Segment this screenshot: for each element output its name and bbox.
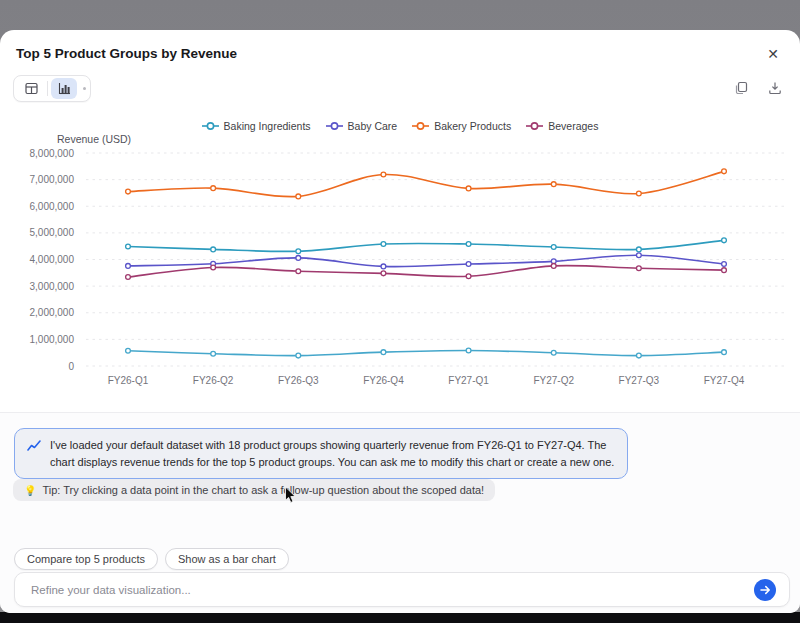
- data-point-bakery-products-FY27-Q4[interactable]: [722, 169, 727, 174]
- chart-modal: Top 5 Product Groups by Revenue ✕: [0, 30, 800, 613]
- series-line-baby-care: [128, 255, 724, 266]
- x-tick-label: FY26-Q1: [108, 375, 149, 386]
- x-tick-label: FY27-Q2: [533, 375, 574, 386]
- assistant-message: I've loaded your default dataset with 18…: [14, 428, 628, 479]
- series-line-baking-ingredients: [128, 240, 724, 251]
- suggestion-chips: Compare top 5 productsShow as a bar char…: [14, 548, 289, 570]
- download-button[interactable]: [767, 80, 783, 96]
- revenue-plot: 01,000,0002,000,0003,000,0004,000,0005,0…: [0, 108, 800, 400]
- table-view-button[interactable]: [18, 78, 44, 99]
- data-point-baking-ingredients-FY27-Q1[interactable]: [466, 242, 471, 247]
- close-button[interactable]: ✕: [763, 44, 783, 64]
- data-point-series-5-FY27-Q2[interactable]: [551, 350, 556, 355]
- y-tick-label: 4,000,000: [30, 254, 75, 265]
- chart-actions: [733, 80, 783, 96]
- chat-section: I've loaded your default dataset with 18…: [0, 412, 800, 613]
- data-point-series-5-FY27-Q4[interactable]: [722, 350, 727, 355]
- line-chart-icon: [27, 440, 41, 452]
- data-point-bakery-products-FY26-Q4[interactable]: [381, 172, 386, 177]
- chart-view-button[interactable]: [51, 78, 77, 99]
- data-point-beverages-FY26-Q1[interactable]: [126, 275, 131, 280]
- data-point-beverages-FY26-Q4[interactable]: [381, 271, 386, 276]
- refine-input[interactable]: [15, 573, 789, 606]
- data-point-beverages-FY26-Q2[interactable]: [211, 265, 216, 270]
- y-tick-label: 2,000,000: [30, 307, 75, 318]
- series-line-beverages: [128, 266, 724, 278]
- data-point-baking-ingredients-FY27-Q2[interactable]: [551, 245, 556, 250]
- tip-banner: 💡 Tip: Try clicking a data point in the …: [13, 479, 495, 501]
- suggestion-chip-1[interactable]: Show as a bar chart: [165, 548, 289, 570]
- page-title: Top 5 Product Groups by Revenue: [16, 46, 237, 61]
- data-point-baby-care-FY27-Q1[interactable]: [466, 262, 471, 267]
- data-point-bakery-products-FY27-Q3[interactable]: [636, 191, 641, 196]
- x-tick-label: FY26-Q3: [278, 375, 319, 386]
- view-toggle-group: [13, 75, 91, 102]
- tip-text: Tip: Try clicking a data point in the ch…: [42, 484, 484, 496]
- refine-input-container: [14, 572, 790, 607]
- data-point-beverages-FY27-Q1[interactable]: [466, 274, 471, 279]
- data-point-baking-ingredients-FY27-Q3[interactable]: [636, 247, 641, 252]
- y-tick-label: 8,000,000: [30, 148, 75, 159]
- data-point-baking-ingredients-FY27-Q4[interactable]: [722, 238, 727, 243]
- data-point-baby-care-FY27-Q3[interactable]: [636, 253, 641, 258]
- x-tick-label: FY27-Q4: [704, 375, 745, 386]
- screenshot-stage: Top 5 Product Groups by Revenue ✕: [0, 0, 800, 623]
- data-point-beverages-FY27-Q3[interactable]: [636, 266, 641, 271]
- send-button[interactable]: [754, 579, 776, 601]
- data-point-baking-ingredients-FY26-Q3[interactable]: [296, 249, 301, 254]
- data-point-baby-care-FY27-Q4[interactable]: [722, 262, 727, 267]
- data-point-baby-care-FY26-Q1[interactable]: [126, 263, 131, 268]
- data-point-beverages-FY26-Q3[interactable]: [296, 269, 301, 274]
- lightbulb-icon: 💡: [24, 485, 36, 496]
- data-point-bakery-products-FY27-Q1[interactable]: [466, 186, 471, 191]
- data-point-bakery-products-FY27-Q2[interactable]: [551, 182, 556, 187]
- data-point-beverages-FY27-Q2[interactable]: [551, 263, 556, 268]
- data-point-bakery-products-FY26-Q3[interactable]: [296, 194, 301, 199]
- download-icon: [768, 81, 782, 95]
- bar-chart-icon: [58, 82, 71, 95]
- data-point-baking-ingredients-FY26-Q2[interactable]: [211, 247, 216, 252]
- toggle-more-dot: [83, 87, 86, 90]
- y-tick-label: 7,000,000: [30, 174, 75, 185]
- data-point-beverages-FY27-Q4[interactable]: [722, 268, 727, 273]
- toggle-divider: [47, 81, 48, 96]
- x-tick-label: FY26-Q2: [193, 375, 234, 386]
- copy-icon: [734, 81, 748, 95]
- close-icon: ✕: [767, 46, 779, 62]
- series-line-bakery-products: [128, 171, 724, 196]
- table-icon: [25, 82, 38, 95]
- data-point-baby-care-FY26-Q3[interactable]: [296, 256, 301, 261]
- data-point-series-5-FY26-Q1[interactable]: [126, 348, 131, 353]
- data-point-bakery-products-FY26-Q2[interactable]: [211, 186, 216, 191]
- y-tick-label: 0: [68, 361, 74, 372]
- data-point-series-5-FY27-Q3[interactable]: [636, 353, 641, 358]
- suggestion-chip-0[interactable]: Compare top 5 products: [14, 548, 158, 570]
- y-tick-label: 3,000,000: [30, 281, 75, 292]
- send-arrow-icon: [760, 585, 771, 595]
- y-tick-label: 1,000,000: [30, 334, 75, 345]
- data-point-baking-ingredients-FY26-Q1[interactable]: [126, 244, 131, 249]
- data-point-series-5-FY27-Q1[interactable]: [466, 348, 471, 353]
- data-point-series-5-FY26-Q2[interactable]: [211, 351, 216, 356]
- data-point-bakery-products-FY26-Q1[interactable]: [126, 189, 131, 194]
- data-point-baby-care-FY26-Q4[interactable]: [381, 264, 386, 269]
- chart-area: Baking IngredientsBaby CareBakery Produc…: [0, 108, 800, 400]
- data-point-series-5-FY26-Q3[interactable]: [296, 353, 301, 358]
- x-tick-label: FY27-Q1: [448, 375, 489, 386]
- assistant-message-text: I've loaded your default dataset with 18…: [50, 437, 615, 470]
- copy-button[interactable]: [733, 80, 749, 96]
- data-point-series-5-FY26-Q4[interactable]: [381, 350, 386, 355]
- series-line-series-5: [128, 351, 724, 356]
- backdrop-bottom: [0, 612, 800, 623]
- x-tick-label: FY27-Q3: [619, 375, 660, 386]
- y-tick-label: 6,000,000: [30, 201, 75, 212]
- y-tick-label: 5,000,000: [30, 227, 75, 238]
- x-tick-label: FY26-Q4: [363, 375, 404, 386]
- data-point-baking-ingredients-FY26-Q4[interactable]: [381, 242, 386, 247]
